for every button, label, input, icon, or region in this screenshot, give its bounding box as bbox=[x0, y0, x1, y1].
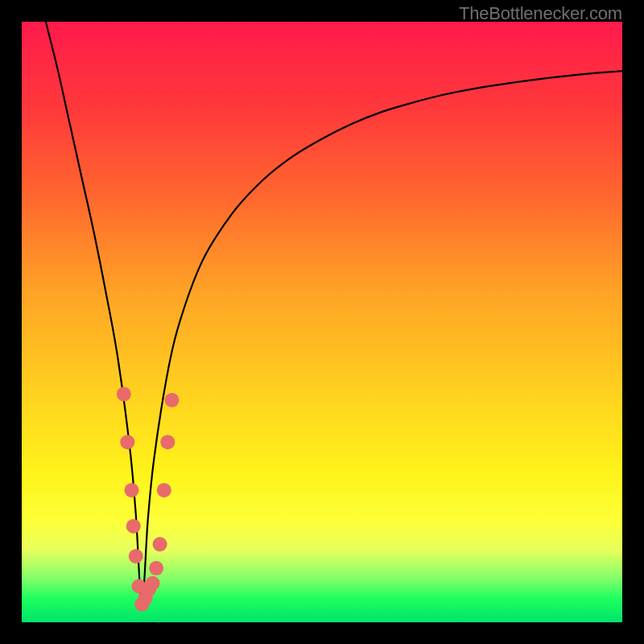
outer-frame: TheBottlenecker.com bbox=[0, 0, 644, 644]
marker-dot bbox=[126, 519, 141, 534]
marker-dot bbox=[146, 576, 160, 591]
watermark-text: TheBottlenecker.com bbox=[459, 3, 622, 24]
marker-dot bbox=[165, 393, 180, 407]
marker-dot bbox=[117, 387, 131, 402]
plot-area bbox=[22, 22, 622, 622]
marker-dot bbox=[157, 483, 171, 497]
marker-dot bbox=[160, 435, 175, 449]
marker-dot bbox=[129, 549, 143, 564]
marker-dot bbox=[149, 561, 163, 576]
marker-dot bbox=[125, 483, 139, 497]
marker-dot bbox=[120, 435, 134, 449]
chart-svg bbox=[22, 22, 622, 622]
marker-dot bbox=[153, 537, 167, 551]
bottleneck-curve bbox=[46, 22, 622, 605]
